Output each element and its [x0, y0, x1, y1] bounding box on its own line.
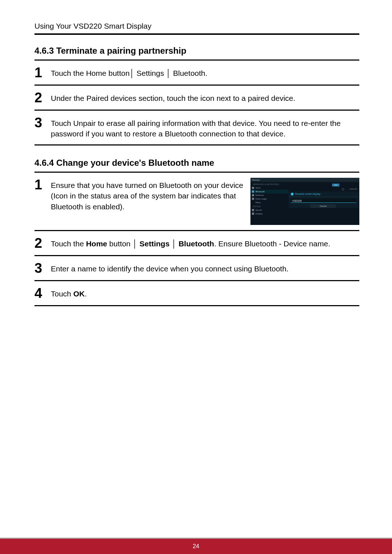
ss-item-sound: Sound	[250, 208, 289, 212]
ss-item-wifi: Wi-Fi	[250, 186, 289, 190]
step-row: 3 Touch Unpair to erase all pairing info…	[34, 111, 359, 145]
ss-checkbox	[342, 188, 344, 190]
ss-device-name: VSD220	[349, 188, 357, 190]
ss-device-label: DEVICE	[250, 204, 289, 208]
ss-item-more: More…	[250, 201, 289, 204]
step-row: 1 Touch the Home button│ Settings │ Blue…	[34, 61, 359, 86]
ss-item-ethernet: Ethernet	[250, 193, 289, 197]
settings-screenshot: Settings WIRELESS & NETWORKS Wi-Fi Bluet…	[250, 178, 359, 225]
step-number: 2	[34, 236, 51, 250]
t: .	[85, 290, 87, 298]
bold-ok: OK	[73, 290, 85, 298]
running-header: Using Your VSD220 Smart Display	[34, 22, 359, 35]
step-body: Enter a name to identify the device when…	[51, 261, 359, 274]
ss-cancel-button: Cancel	[310, 204, 336, 208]
ss-item-data: Data usage	[250, 197, 289, 201]
page-number: 24	[193, 543, 199, 549]
bold-bluetooth: Bluetooth	[179, 239, 214, 248]
step-body: Touch the Home button │ Settings │ Bluet…	[51, 236, 359, 249]
step-row: 4 Touch OK.	[34, 281, 359, 306]
sound-icon	[252, 209, 254, 211]
ss-input: VSD220	[291, 198, 356, 203]
ss-toggle-on: ON	[332, 184, 339, 186]
t: button │	[107, 239, 139, 248]
bold-settings: Settings	[139, 239, 170, 248]
display-icon	[252, 213, 254, 215]
wifi-icon	[252, 187, 254, 189]
step-number: 1	[34, 66, 51, 79]
ss-dialog-title: Rename smart display	[295, 193, 320, 195]
step-body: Touch the Home button│ Settings │ Blueto…	[51, 66, 359, 78]
page-footer: 24	[0, 539, 392, 554]
section-heading-terminate: 4.6.3 Terminate a pairing partnership	[34, 46, 359, 61]
ss-dialog: i Rename smart display VSD220 Cancel	[289, 192, 359, 208]
bluetooth-icon	[252, 190, 254, 193]
step-number: 1	[34, 178, 51, 192]
step-body: Touch OK.	[51, 286, 359, 299]
ss-title: Settings	[250, 178, 359, 182]
t: │	[170, 239, 179, 248]
bold-home: Home	[86, 239, 107, 248]
t: Touch	[51, 290, 73, 298]
step-row: 1 Ensure that you have turned on Bluetoo…	[34, 173, 359, 231]
step-number: 3	[34, 116, 51, 130]
info-icon: i	[291, 193, 294, 196]
step-text-line: Ensure that you have turned on Bluetooth…	[51, 181, 243, 189]
step-text-line: (Icon in the status area of the system b…	[51, 192, 236, 210]
t: Touch the	[51, 239, 86, 248]
data-icon	[252, 198, 254, 200]
ss-item-display: Display	[250, 212, 289, 216]
step-row: 2 Touch the Home button │ Settings │ Blu…	[34, 231, 359, 256]
step-body: Under the Paired devices section, touch …	[51, 91, 359, 103]
section-heading-change-name: 4.6.4 Change your device's Bluetooth nam…	[34, 158, 359, 173]
step-number: 3	[34, 261, 51, 275]
step-body: Ensure that you have turned on Bluetooth…	[51, 178, 247, 225]
step-row: 3 Enter a name to identify the device wh…	[34, 256, 359, 281]
step-number: 2	[34, 91, 51, 104]
ss-item-bluetooth: Bluetooth	[250, 190, 289, 193]
ethernet-icon	[252, 194, 254, 196]
step-row: 2 Under the Paired devices section, touc…	[34, 86, 359, 111]
step-body: Touch Unpair to erase all pairing inform…	[51, 116, 359, 139]
ss-section-label: WIRELESS & NETWORKS	[250, 182, 289, 186]
step-number: 4	[34, 286, 51, 300]
t: . Ensure Bluetooth - Device name.	[214, 239, 330, 248]
